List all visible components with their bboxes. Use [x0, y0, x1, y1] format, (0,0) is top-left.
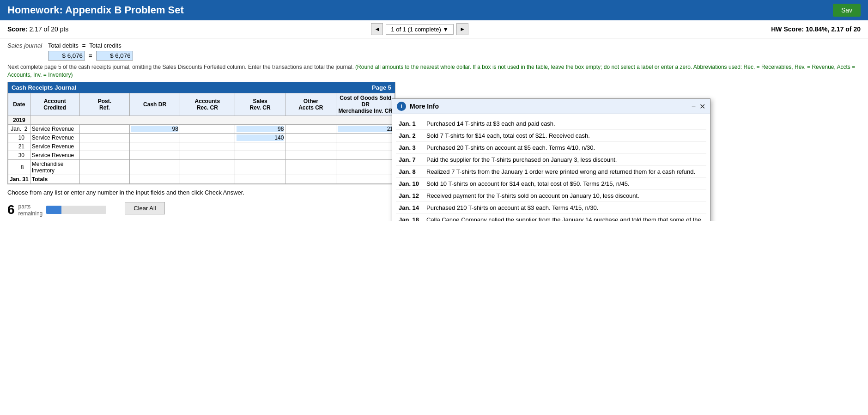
row2-post-ref-input[interactable] [81, 134, 128, 141]
row2-accts-rec-input[interactable] [182, 134, 233, 141]
row5-account: Merchandise Inventory [30, 159, 79, 175]
row1-accts-rec-input[interactable] [182, 126, 233, 132]
navigation-controls: ◄ 1 of 1 (1 complete) ▼ ► [371, 23, 468, 35]
table-row: 10 Service Revenue [8, 133, 395, 142]
col-post-ref: Post.Ref. [79, 93, 130, 116]
row5-cogs-input[interactable] [338, 164, 393, 171]
info-date: Jan. 12 [396, 190, 424, 202]
row1-cogs-input[interactable] [338, 126, 393, 132]
row4-cash-dr-input[interactable] [131, 152, 178, 159]
info-table: Jan. 1Purchased 14 T-shirts at $3 each a… [396, 118, 706, 221]
score-value: 2.17 of 20 pts [29, 25, 68, 33]
row1-post-ref-input[interactable] [81, 126, 128, 132]
parts-remaining-display: 6 partsremaining [7, 202, 106, 217]
row4-account: Service Revenue [30, 151, 79, 159]
row4-other-accts-input[interactable] [287, 152, 334, 159]
row5-other-accts-input[interactable] [287, 164, 334, 171]
info-table-row: Jan. 10Sold 10 T-shirts on account for $… [396, 178, 706, 190]
journal-title: Cash Receipts Journal [12, 84, 76, 91]
row5-date: 8 [8, 159, 30, 175]
row3-post-ref-input[interactable] [81, 143, 128, 150]
row1-account: Service Revenue [30, 124, 79, 133]
info-text: Purchased 20 T-shirts on account at $5 e… [424, 142, 706, 154]
row5-accts-rec-input[interactable] [182, 164, 233, 171]
row5-sales-rev-input[interactable] [237, 164, 284, 171]
row2-cogs-input[interactable] [338, 134, 393, 141]
info-table-row: Jan. 8Realized 7 T-shirts from the Janua… [396, 166, 706, 178]
info-text: Realized 7 T-shirts from the January 1 o… [424, 166, 706, 178]
table-row: 30 Service Revenue [8, 151, 395, 159]
totals-section: Sales journal Total debits = Total credi… [7, 42, 861, 49]
row4-sales-rev-input[interactable] [237, 152, 284, 159]
row2-sales-rev-input[interactable] [237, 134, 284, 141]
journal-page: Page 5 [372, 84, 391, 91]
row4-cogs-input[interactable] [338, 152, 393, 159]
col-cash-dr: Cash DR [130, 93, 180, 116]
table-row: 21 Service Revenue [8, 142, 395, 151]
row3-date: 21 [8, 142, 30, 151]
year-row: 2019 [8, 116, 395, 124]
page-title: Homework: Appendix B Problem Set [7, 4, 184, 16]
totals-cogs-input[interactable] [338, 176, 393, 183]
row3-cash-dr-input[interactable] [131, 143, 178, 150]
col-account: Account Credited [30, 93, 79, 116]
nav-page-label: 1 of 1 (1 complete) ▼ [386, 24, 454, 35]
info-table-row: Jan. 1Purchased 14 T-shirts at $3 each a… [396, 118, 706, 130]
totals-other-accts-input[interactable] [287, 176, 334, 183]
panel-header: i More Info − ✕ [392, 99, 710, 114]
totals-cash-dr-input[interactable] [131, 176, 178, 183]
hw-score-display: HW Score: 10.84%, 2.17 of 20 [771, 25, 861, 33]
score-bar: Score: 2.17 of 20 pts ◄ 1 of 1 (1 comple… [0, 20, 868, 38]
totals-sales-rev-input[interactable] [237, 176, 284, 183]
row3-cogs-input[interactable] [338, 143, 393, 150]
progress-fill [46, 206, 61, 214]
info-icon: i [397, 102, 406, 111]
info-date: Jan. 3 [396, 142, 424, 154]
info-table-row: Jan. 18Calla Canoe Company called the su… [396, 214, 706, 221]
info-date: Jan. 14 [396, 202, 424, 214]
panel-body: Jan. 1Purchased 14 T-shirts at $3 each a… [392, 114, 710, 221]
info-table-row: Jan. 7Paid the supplier for the T-shirts… [396, 154, 706, 166]
more-info-panel: i More Info − ✕ Jan. 1Purchased 14 T-shi… [392, 98, 710, 221]
row2-date: 10 [8, 133, 30, 142]
journal-title-row: Cash Receipts Journal Page 5 [8, 82, 395, 93]
save-button[interactable]: Sav [833, 4, 861, 17]
info-text: Paid the supplier for the T-shirts purch… [424, 154, 706, 166]
row5-post-ref-input[interactable] [81, 164, 128, 171]
row3-account: Service Revenue [30, 142, 79, 151]
col-date: Date [8, 93, 30, 116]
info-text: Purchased 14 T-shirts at $3 each and pai… [424, 118, 706, 130]
table-row: 8 Merchandise Inventory [8, 159, 395, 175]
header-bar: Homework: Appendix B Problem Set Sav [0, 0, 868, 20]
row1-other-accts-input[interactable] [287, 126, 334, 132]
row5-cash-dr-input[interactable] [131, 164, 178, 171]
journal-table: Date Account Credited Post.Ref. Cash DR … [8, 93, 395, 184]
nav-next-button[interactable]: ► [456, 23, 468, 35]
row4-post-ref-input[interactable] [81, 152, 128, 159]
score-label: Score: [7, 25, 28, 33]
row1-date: Jan. 2 [8, 124, 30, 133]
row3-accts-rec-input[interactable] [182, 143, 233, 150]
info-table-row: Jan. 14Purchased 210 T-shirts on account… [396, 202, 706, 214]
col-sales-rev: SalesRev. CR [235, 93, 285, 116]
debit-total-input[interactable] [48, 51, 85, 61]
info-text: Sold 7 T-shirts for $14 each, total cost… [424, 130, 706, 142]
info-date: Jan. 1 [396, 118, 424, 130]
nav-prev-button[interactable]: ◄ [371, 23, 383, 35]
main-content: Sales journal Total debits = Total credi… [0, 38, 868, 221]
clear-all-button[interactable]: Clear All [125, 202, 164, 214]
totals-accts-rec-input[interactable] [182, 176, 233, 183]
row2-cash-dr-input[interactable] [131, 134, 178, 141]
panel-close-button[interactable]: ✕ [699, 102, 705, 111]
row1-sales-rev-input[interactable] [237, 126, 284, 132]
row4-date: 30 [8, 151, 30, 159]
row1-cash-dr-input[interactable] [131, 126, 178, 132]
row4-accts-rec-input[interactable] [182, 152, 233, 159]
credit-total-input[interactable] [96, 51, 133, 61]
row3-sales-rev-input[interactable] [237, 143, 284, 150]
panel-minimize-button[interactable]: − [692, 102, 696, 110]
journal-container: Cash Receipts Journal Page 5 Date Accoun… [7, 82, 395, 184]
row2-other-accts-input[interactable] [287, 134, 334, 141]
info-text: Sold 10 T-shirts on account for $14 each… [424, 178, 706, 190]
row3-other-accts-input[interactable] [287, 143, 334, 150]
